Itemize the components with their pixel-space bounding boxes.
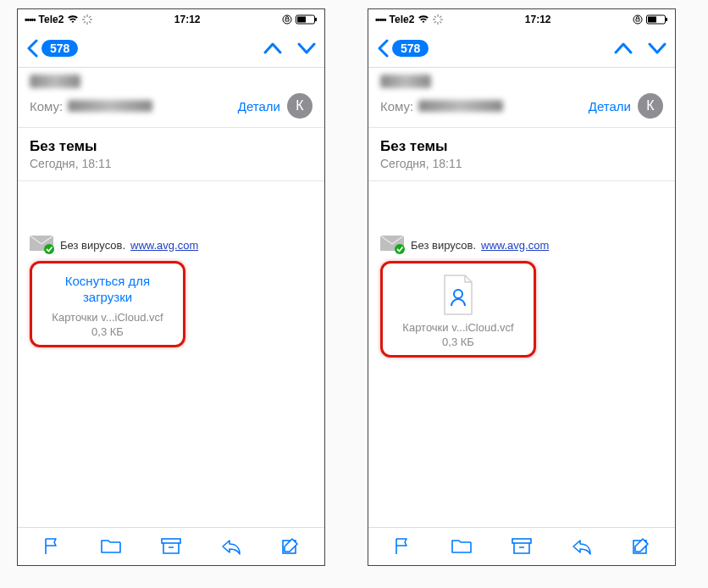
recipient-name-blurred [418, 100, 503, 112]
details-link[interactable]: Детали [589, 99, 631, 114]
carrier-label: Tele2 [390, 14, 415, 25]
bottom-toolbar [368, 527, 675, 565]
move-button[interactable] [451, 536, 473, 557]
flag-button[interactable] [392, 536, 412, 557]
svg-line-22 [434, 21, 436, 23]
envelope-check-icon [380, 236, 406, 254]
flag-button[interactable] [41, 536, 62, 557]
battery-icon [646, 14, 668, 25]
loading-icon [82, 14, 92, 25]
archive-button[interactable] [511, 536, 533, 557]
svg-rect-14 [162, 539, 180, 543]
sender-row[interactable] [30, 75, 313, 88]
svg-point-29 [395, 244, 405, 254]
svg-rect-26 [666, 18, 667, 21]
sender-row[interactable] [380, 75, 663, 88]
svg-line-21 [440, 21, 441, 23]
virus-link[interactable]: www.avg.com [130, 239, 198, 252]
signal-dots-icon: ••••• [375, 15, 386, 25]
chevron-left-icon [377, 39, 389, 58]
next-message-button[interactable] [648, 41, 667, 56]
avatar[interactable]: К [287, 93, 313, 119]
wifi-icon [418, 15, 429, 24]
loading-icon [433, 14, 443, 25]
subject-block: Без темы Сегодня, 18:11 [368, 128, 675, 181]
virus-text: Без вирусов. [60, 239, 125, 252]
virus-link[interactable]: www.avg.com [481, 239, 549, 252]
tap-label-line1: Коснуться для [39, 274, 176, 290]
prev-message-button[interactable] [614, 41, 633, 56]
reply-button[interactable] [571, 536, 593, 557]
message-header: Кому: Детали К [18, 68, 324, 128]
back-button[interactable]: 578 [26, 39, 78, 58]
orientation-lock-icon [633, 14, 643, 25]
clock-label: 17:12 [525, 14, 551, 25]
message-body: Без вирусов. www.avg.com Карточки v...iC… [368, 181, 675, 527]
attachment-filename: Карточки v...iCloud.vcf [39, 311, 176, 324]
date-label: Сегодня, 18:11 [30, 157, 313, 170]
subject-label: Без темы [30, 138, 313, 155]
svg-line-4 [84, 16, 86, 18]
subject-block: Без темы Сегодня, 18:11 [18, 128, 324, 181]
avatar[interactable]: К [638, 93, 663, 119]
svg-line-5 [89, 21, 91, 23]
subject-label: Без темы [380, 138, 663, 155]
compose-button[interactable] [631, 536, 651, 557]
move-button[interactable] [100, 536, 122, 557]
svg-rect-10 [315, 18, 317, 21]
attachment-filename: Карточки v...iCloud.vcf [390, 321, 527, 334]
details-link[interactable]: Детали [238, 99, 280, 114]
nav-bar: 578 [18, 30, 324, 68]
svg-line-6 [84, 21, 86, 23]
back-button[interactable]: 578 [377, 39, 429, 58]
message-body: Без вирусов. www.avg.com Коснуться для з… [18, 181, 324, 527]
status-bar: ••••• Tele2 17:12 [368, 9, 675, 30]
wifi-icon [67, 15, 79, 24]
tap-label-line2: загрузки [39, 290, 176, 306]
svg-rect-27 [648, 17, 656, 23]
svg-line-23 [440, 16, 441, 18]
virus-scan-row: Без вирусов. www.avg.com [380, 236, 663, 254]
to-label: Кому: [30, 99, 63, 114]
attachment-downloaded[interactable]: Карточки v...iCloud.vcf 0,3 КБ [380, 261, 536, 358]
vcard-file-icon [441, 274, 475, 316]
chevron-left-icon [26, 39, 38, 58]
recipient-row[interactable]: Кому: Детали К [30, 93, 313, 119]
clock-label: 17:12 [174, 14, 201, 25]
svg-rect-11 [297, 17, 306, 23]
svg-line-20 [434, 16, 436, 18]
sender-name-blurred [30, 75, 80, 88]
sender-name-blurred [380, 75, 431, 88]
nav-bar: 578 [368, 30, 675, 68]
phone-screen-left: ••••• Tele2 17:12 578 Кому: Детали К [17, 8, 325, 566]
battery-icon [296, 14, 318, 25]
to-label: Кому: [380, 99, 413, 114]
carrier-label: Tele2 [39, 14, 64, 25]
virus-scan-row: Без вирусов. www.avg.com [30, 236, 313, 254]
reply-button[interactable] [220, 536, 242, 557]
inbox-badge: 578 [41, 40, 78, 57]
compose-button[interactable] [280, 536, 301, 557]
svg-rect-31 [512, 539, 531, 543]
message-header: Кому: Детали К [368, 68, 675, 128]
svg-line-7 [89, 16, 91, 18]
orientation-lock-icon [282, 14, 292, 25]
attachment-filesize: 0,3 КБ [390, 336, 527, 348]
signal-dots-icon: ••••• [25, 15, 36, 25]
attachment-filesize: 0,3 КБ [39, 325, 176, 338]
next-message-button[interactable] [297, 41, 316, 56]
attachment-tap-to-download[interactable]: Коснуться для загрузки Карточки v...iClo… [30, 261, 185, 347]
inbox-badge: 578 [392, 40, 429, 57]
bottom-toolbar [18, 527, 324, 565]
date-label: Сегодня, 18:11 [380, 157, 663, 170]
envelope-check-icon [30, 236, 55, 254]
svg-point-13 [44, 244, 54, 254]
recipient-row[interactable]: Кому: Детали К [380, 93, 663, 119]
phone-screen-right: ••••• Tele2 17:12 578 Кому: Детали К [368, 8, 676, 566]
recipient-name-blurred [68, 100, 152, 112]
status-bar: ••••• Tele2 17:12 [18, 9, 324, 30]
virus-text: Без вирусов. [411, 239, 476, 252]
archive-button[interactable] [160, 536, 182, 557]
prev-message-button[interactable] [263, 41, 282, 56]
